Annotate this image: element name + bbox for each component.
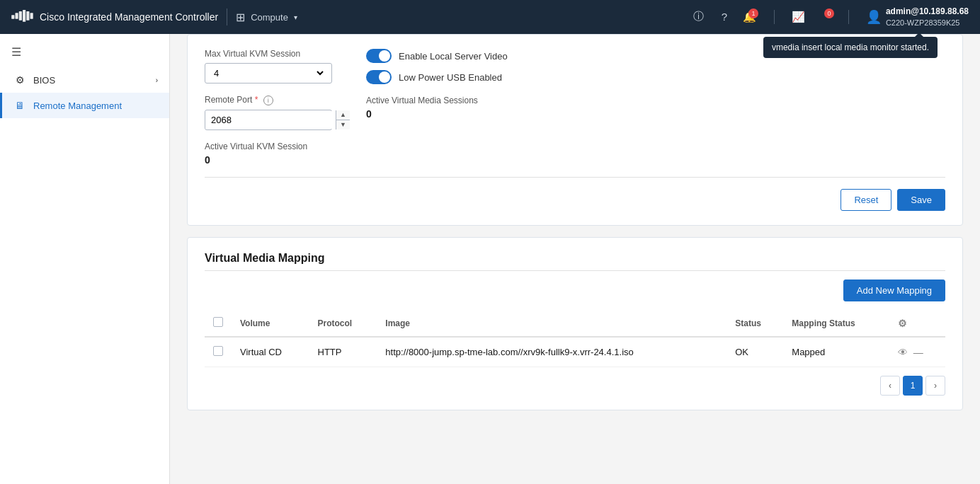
help-button[interactable]: ? bbox=[714, 7, 734, 27]
sidebar-item-bios-label: BIOS bbox=[33, 75, 55, 86]
hamburger-button[interactable]: ☰ bbox=[0, 40, 169, 64]
main-content: Max Virtual KVM Session 4 Remote Port * bbox=[170, 34, 980, 484]
sidebar-item-remote-label: Remote Management bbox=[33, 100, 122, 111]
row-view-icon[interactable]: 👁 bbox=[898, 347, 908, 358]
row-mapping-status: Mapped bbox=[783, 337, 889, 367]
virtual-media-mapping-card: Virtual Media Mapping Add New Mapping Vo… bbox=[187, 237, 963, 410]
remote-port-info-icon[interactable]: i bbox=[263, 96, 273, 105]
device-name: C220-WZP28359K25 bbox=[886, 18, 969, 28]
nav-divider bbox=[227, 8, 227, 25]
col-mapping-status: Mapping Status bbox=[783, 310, 889, 337]
active-kvm-label: Active Virtual KVM Session bbox=[205, 142, 332, 151]
tooltip-message: vmedia insert local media monitor starte… bbox=[772, 42, 929, 52]
active-vmedia-info: Active Virtual Media Sessions 0 bbox=[366, 96, 508, 120]
toggle-group: Enable Local Server Video Low Power USB … bbox=[366, 49, 508, 84]
nav-right: ⓘ ? 🔔 1 📈 0 👤 admin@10.189.88.68 C220-WZ… bbox=[689, 6, 969, 28]
vmedia-right-section: Enable Local Server Video Low Power USB … bbox=[366, 49, 508, 120]
metrics-badge-button[interactable]: 0 bbox=[814, 7, 834, 27]
notification-badge: 1 bbox=[748, 8, 758, 18]
tooltip-popup: vmedia insert local media monitor starte… bbox=[763, 37, 938, 58]
table-toolbar: Add New Mapping bbox=[205, 280, 945, 301]
table-header: Volume Protocol Image Status Mapping Sta… bbox=[205, 310, 945, 337]
username: admin@10.189.88.68 bbox=[886, 6, 969, 18]
remote-port-label: Remote Port * i bbox=[205, 95, 332, 105]
bios-chevron-icon: › bbox=[156, 76, 158, 84]
header-checkbox-cell bbox=[205, 310, 232, 337]
row-checkbox[interactable] bbox=[213, 346, 223, 356]
port-increment-button[interactable]: ▲ bbox=[336, 110, 350, 120]
user-info: admin@10.189.88.68 C220-WZP28359K25 bbox=[886, 6, 969, 28]
header-row: Volume Protocol Image Status Mapping Sta… bbox=[205, 310, 945, 337]
max-kvm-select[interactable]: 4 bbox=[211, 67, 326, 79]
remote-port-group: Remote Port * i ▲ ▼ bbox=[205, 95, 332, 130]
enable-local-toggle-row: Enable Local Server Video bbox=[366, 49, 508, 63]
low-power-label: Low Power USB Enabled bbox=[399, 72, 502, 83]
svg-rect-1 bbox=[15, 13, 18, 18]
port-spinner: ▲ ▼ bbox=[336, 110, 350, 129]
remote-port-input[interactable]: ▲ ▼ bbox=[205, 110, 332, 130]
pagination: ‹ 1 › bbox=[205, 376, 945, 396]
svg-rect-0 bbox=[11, 15, 14, 18]
svg-rect-5 bbox=[30, 13, 33, 18]
kvm-vmedia-card: Max Virtual KVM Session 4 Remote Port * bbox=[187, 34, 963, 226]
compute-label: Compute bbox=[251, 12, 288, 23]
next-page-button[interactable]: › bbox=[925, 376, 945, 396]
active-kvm-value: 0 bbox=[205, 154, 332, 166]
max-kvm-session-group: Max Virtual KVM Session 4 bbox=[205, 49, 332, 83]
page-1-button[interactable]: 1 bbox=[903, 376, 923, 396]
sidebar: ☰ ⚙ BIOS › 🖥 Remote Management bbox=[0, 34, 170, 484]
enable-local-toggle[interactable] bbox=[366, 49, 392, 63]
prev-page-button[interactable]: ‹ bbox=[880, 376, 900, 396]
low-power-toggle[interactable] bbox=[366, 70, 392, 84]
svg-rect-2 bbox=[19, 11, 22, 21]
table-settings-icon[interactable]: ⚙ bbox=[898, 318, 907, 329]
compute-nav[interactable]: ⊞ Compute ▾ bbox=[236, 11, 297, 24]
svg-rect-3 bbox=[23, 10, 25, 22]
notifications-button[interactable]: 🔔 1 bbox=[740, 7, 760, 27]
svg-rect-4 bbox=[26, 11, 29, 21]
reset-button[interactable]: Reset bbox=[841, 189, 891, 211]
port-decrement-button[interactable]: ▼ bbox=[336, 120, 350, 129]
sidebar-item-bios[interactable]: ⚙ BIOS › bbox=[0, 67, 169, 93]
col-status: Status bbox=[727, 310, 783, 337]
row-actions: 👁 — bbox=[898, 347, 937, 358]
active-vmedia-value: 0 bbox=[366, 108, 508, 120]
top-navbar: Cisco Integrated Management Controller ⊞… bbox=[0, 0, 980, 34]
row-checkbox-cell bbox=[205, 337, 232, 367]
col-volume: Volume bbox=[232, 310, 309, 337]
col-image: Image bbox=[377, 310, 727, 337]
row-image: http://8000-jump.sp-tme-lab.com//xrv9k-f… bbox=[377, 337, 727, 367]
active-kvm-info: Active Virtual KVM Session 0 bbox=[205, 142, 332, 166]
remote-port-field[interactable] bbox=[205, 111, 336, 129]
mapping-table: Volume Protocol Image Status Mapping Sta… bbox=[205, 310, 945, 367]
row-status: OK bbox=[727, 337, 783, 367]
app-title: Cisco Integrated Management Controller bbox=[40, 11, 218, 23]
row-delete-icon[interactable]: — bbox=[913, 347, 923, 358]
sidebar-item-remote-management[interactable]: 🖥 Remote Management bbox=[0, 93, 169, 118]
row-volume: Virtual CD bbox=[232, 337, 309, 367]
enable-local-label: Enable Local Server Video bbox=[399, 51, 508, 62]
card-divider bbox=[205, 177, 945, 178]
nav-right-divider bbox=[774, 10, 775, 24]
app-layout: ☰ ⚙ BIOS › 🖥 Remote Management Max Virtu… bbox=[0, 34, 980, 484]
metrics-badge: 0 bbox=[824, 8, 834, 18]
col-protocol: Protocol bbox=[309, 310, 377, 337]
cisco-logo-icon bbox=[11, 10, 34, 24]
row-protocol: HTTP bbox=[309, 337, 377, 367]
select-all-checkbox[interactable] bbox=[213, 317, 223, 327]
form-button-row: Reset Save bbox=[205, 189, 945, 211]
table-body: Virtual CD HTTP http://8000-jump.sp-tme-… bbox=[205, 337, 945, 367]
user-menu[interactable]: 👤 admin@10.189.88.68 C220-WZP28359K25 bbox=[866, 6, 969, 28]
max-kvm-input[interactable]: 4 bbox=[205, 63, 332, 83]
info-button[interactable]: ⓘ bbox=[689, 7, 709, 27]
required-indicator: * bbox=[255, 95, 258, 105]
metrics-button[interactable]: 📈 bbox=[789, 7, 809, 27]
kvm-vmedia-flex: Max Virtual KVM Session 4 Remote Port * bbox=[205, 49, 945, 166]
save-button[interactable]: Save bbox=[897, 189, 945, 211]
nav-right-divider2 bbox=[848, 10, 849, 24]
add-new-mapping-button[interactable]: Add New Mapping bbox=[843, 280, 945, 301]
col-settings: ⚙ bbox=[889, 310, 945, 337]
bios-icon: ⚙ bbox=[13, 74, 26, 86]
mapping-heading: Virtual Media Mapping bbox=[205, 252, 945, 271]
table-row: Virtual CD HTTP http://8000-jump.sp-tme-… bbox=[205, 337, 945, 367]
